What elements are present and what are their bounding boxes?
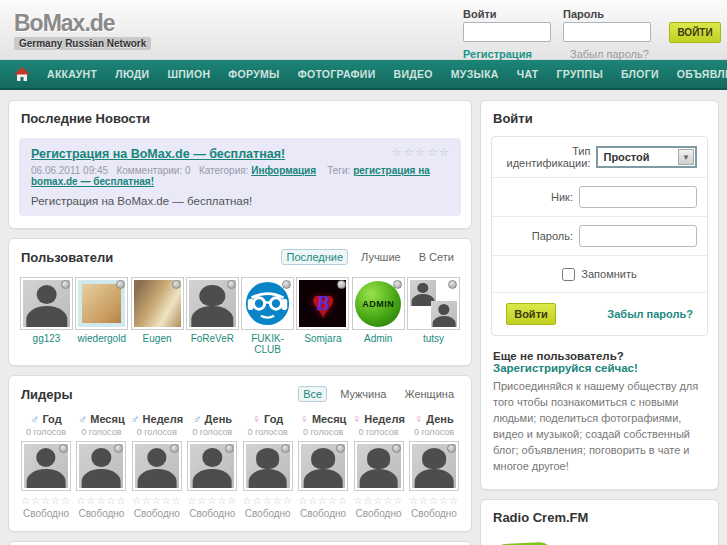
leader-avatar[interactable] bbox=[187, 441, 237, 491]
leader-slot[interactable]: ♂ Год 0 голосов ☆☆☆☆☆ Свободно bbox=[19, 412, 73, 519]
user-avatar[interactable]: ♥B bbox=[296, 277, 349, 330]
offline-status-icon bbox=[448, 280, 457, 289]
leader-rating-stars[interactable]: ☆☆☆☆☆ bbox=[185, 495, 239, 506]
nick-input[interactable] bbox=[579, 186, 697, 208]
user-avatar[interactable] bbox=[75, 277, 128, 330]
home-icon[interactable] bbox=[14, 67, 30, 82]
register-link[interactable]: Регистрация bbox=[463, 48, 532, 60]
leader-avatar[interactable] bbox=[243, 441, 293, 491]
leader-avatar[interactable] bbox=[409, 441, 459, 491]
leader-votes: 0 голосов bbox=[185, 427, 239, 437]
user-name-link[interactable]: gg123 bbox=[19, 333, 74, 344]
news-item-title[interactable]: Регистрация на BoMax.de — бесплатная! bbox=[31, 147, 285, 161]
sidebar-forgot-password-link[interactable]: Забыл пароль? bbox=[607, 308, 693, 320]
leader-slot[interactable]: ♂ Неделя 0 голосов ☆☆☆☆☆ Свободно bbox=[130, 412, 184, 519]
login-form: Тип идентификации: Простой ▼ Ник: Пароль… bbox=[491, 136, 708, 336]
nav-item-people[interactable]: ЛЮДИ bbox=[106, 68, 158, 80]
logo-subtitle: Germany Russian Network bbox=[14, 37, 151, 50]
leader-rating-stars[interactable]: ☆☆☆☆☆ bbox=[352, 495, 406, 506]
logo-title: BoMax.de bbox=[14, 10, 151, 37]
leader-rating-stars[interactable]: ☆☆☆☆☆ bbox=[241, 495, 295, 506]
user-card[interactable]: Eugen bbox=[130, 277, 185, 355]
leaders-tab-all[interactable]: Все bbox=[298, 386, 327, 402]
user-name-link[interactable]: tutsy bbox=[406, 333, 461, 344]
leader-avatar[interactable] bbox=[298, 441, 348, 491]
leader-slot[interactable]: ♀ Месяц 0 голосов ☆☆☆☆☆ Свободно bbox=[296, 412, 350, 519]
offline-status-icon bbox=[170, 444, 179, 453]
news-item[interactable]: Регистрация на BoMax.de — бесплатная! ☆☆… bbox=[19, 138, 461, 216]
users-panel-title: Пользователи bbox=[21, 250, 113, 265]
nav-item-groups[interactable]: ГРУППЫ bbox=[548, 68, 613, 80]
nav-item-account[interactable]: АККАУНТ bbox=[38, 68, 106, 80]
register-prompt: Еще не пользователь? bbox=[493, 350, 624, 362]
user-name-link[interactable]: Somjara bbox=[295, 333, 350, 344]
user-avatar[interactable]: ADMIN bbox=[352, 277, 405, 330]
leaders-tab-female[interactable]: Женщина bbox=[399, 386, 459, 402]
header-login-button[interactable]: ВОЙТИ bbox=[669, 22, 721, 43]
leader-avatar[interactable] bbox=[354, 441, 404, 491]
nav-item-photos[interactable]: ФОТОГРАФИИ bbox=[289, 68, 385, 80]
users-tab-online[interactable]: В Сети bbox=[414, 249, 459, 265]
user-card[interactable]: ♥B Somjara bbox=[295, 277, 350, 355]
remember-label: Запомнить bbox=[581, 268, 636, 280]
sidebar-login-button[interactable]: Войти bbox=[506, 303, 556, 325]
leader-rating-stars[interactable]: ☆☆☆☆☆ bbox=[296, 495, 350, 506]
leader-slot[interactable]: ♀ Год 0 голосов ☆☆☆☆☆ Свободно bbox=[241, 412, 295, 519]
radio-logo[interactable]: radio crem.fm bbox=[481, 531, 718, 545]
header-password-input[interactable] bbox=[563, 22, 651, 42]
leader-avatar[interactable] bbox=[132, 441, 182, 491]
leader-slot[interactable]: ♂ День 0 голосов ☆☆☆☆☆ Свободно bbox=[185, 412, 239, 519]
user-name-link[interactable]: FoReVeR bbox=[185, 333, 240, 344]
leader-slot[interactable]: ♀ Неделя 0 голосов ☆☆☆☆☆ Свободно bbox=[352, 412, 406, 519]
top-header: BoMax.de Germany Russian Network Войти П… bbox=[0, 0, 727, 60]
user-name-link[interactable]: Eugen bbox=[130, 333, 185, 344]
user-card[interactable]: FUKIK-CLUB bbox=[240, 277, 295, 355]
users-tab-best[interactable]: Лучшие bbox=[356, 249, 406, 265]
user-name-link[interactable]: Admin bbox=[351, 333, 406, 344]
nav-item-video[interactable]: ВИДЕО bbox=[385, 68, 442, 80]
sidebar-password-input[interactable] bbox=[579, 225, 697, 247]
user-name-link[interactable]: wiedergold bbox=[74, 333, 129, 344]
user-card[interactable]: tutsy bbox=[406, 277, 461, 355]
user-avatar[interactable] bbox=[407, 277, 460, 330]
nav-item-ads[interactable]: ОБЪЯВЛЕНИЯ bbox=[668, 68, 727, 80]
users-tab-latest[interactable]: Последние bbox=[281, 249, 348, 265]
user-card[interactable]: ADMIN Admin bbox=[351, 277, 406, 355]
male-gender-icon: ♂ bbox=[78, 412, 87, 426]
leader-slot[interactable]: ♂ Месяц 0 голосов ☆☆☆☆☆ Свободно bbox=[74, 412, 128, 519]
leader-rating-stars[interactable]: ☆☆☆☆☆ bbox=[130, 495, 184, 506]
leader-rating-stars[interactable]: ☆☆☆☆☆ bbox=[74, 495, 128, 506]
user-card[interactable]: wiedergold bbox=[74, 277, 129, 355]
register-now-link[interactable]: Зарегистрируйся сейчас! bbox=[493, 362, 638, 374]
user-avatar[interactable] bbox=[186, 277, 239, 330]
leaders-tab-male[interactable]: Мужчина bbox=[335, 386, 391, 402]
user-avatar[interactable] bbox=[20, 277, 73, 330]
user-card[interactable]: gg123 bbox=[19, 277, 74, 355]
news-rating-stars[interactable]: ☆☆☆☆☆ bbox=[392, 146, 451, 159]
register-promo: Еще не пользователь? Зарегистрируйся сей… bbox=[481, 346, 718, 489]
leader-avatar[interactable] bbox=[21, 441, 71, 491]
leader-avatar[interactable] bbox=[76, 441, 126, 491]
right-column: Войти Тип идентификации: Простой ▼ Ник: … bbox=[480, 100, 719, 545]
nav-item-chat[interactable]: ЧАТ bbox=[508, 68, 548, 80]
blogs-panel: Блоги Последние Лучшие bbox=[8, 541, 472, 545]
header-login-input[interactable] bbox=[463, 22, 551, 42]
leader-slot[interactable]: ♀ День 0 голосов ☆☆☆☆☆ Свободно bbox=[407, 412, 461, 519]
nav-item-music[interactable]: МУЗЫКА bbox=[442, 68, 508, 80]
leader-rating-stars[interactable]: ☆☆☆☆☆ bbox=[19, 495, 73, 506]
nav-item-forums[interactable]: ФОРУМЫ bbox=[219, 68, 288, 80]
news-category-link[interactable]: Информация bbox=[251, 165, 316, 176]
leader-status: Свободно bbox=[241, 508, 295, 519]
user-avatar[interactable] bbox=[131, 277, 184, 330]
nick-label: Ник: bbox=[551, 191, 573, 203]
header-forgot-password-link[interactable]: Забыл пароль? bbox=[570, 48, 649, 60]
user-card[interactable]: FoReVeR bbox=[185, 277, 240, 355]
nav-item-spy[interactable]: ШПИОН bbox=[158, 68, 219, 80]
leader-rating-stars[interactable]: ☆☆☆☆☆ bbox=[407, 495, 461, 506]
site-logo[interactable]: BoMax.de Germany Russian Network bbox=[14, 10, 151, 50]
user-avatar[interactable] bbox=[241, 277, 294, 330]
nav-item-blogs[interactable]: БЛОГИ bbox=[612, 68, 668, 80]
remember-checkbox[interactable] bbox=[562, 268, 575, 281]
user-name-link[interactable]: FUKIK-CLUB bbox=[240, 333, 295, 355]
id-type-select[interactable]: Простой ▼ bbox=[596, 146, 697, 168]
